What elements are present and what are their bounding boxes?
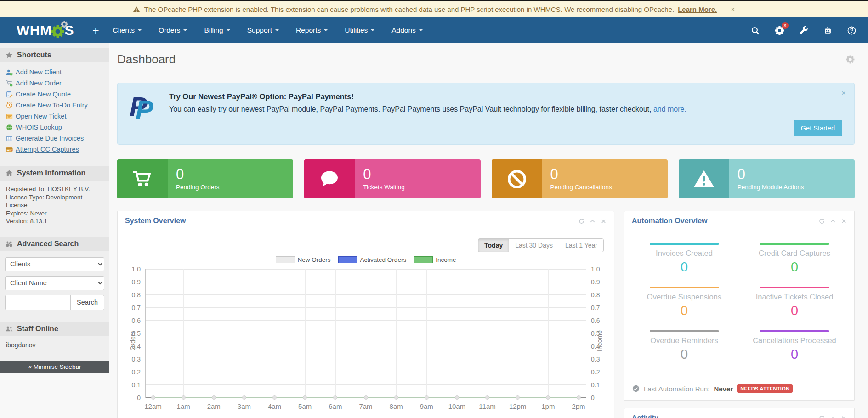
todo-clock-icon (6, 102, 13, 109)
shortcut-open-new-ticket[interactable]: Open New Ticket (16, 113, 66, 120)
banner-close-icon[interactable]: × (841, 89, 846, 98)
sidebar-header-staff-online: Staff Online (0, 322, 109, 336)
banner-body: You can easily try our newest PayPal mod… (169, 105, 686, 113)
search-input[interactable] (5, 295, 71, 310)
nav-right-icons: × (751, 26, 856, 35)
get-started-button[interactable]: Get Started (794, 120, 842, 136)
legend-swatch (276, 256, 295, 263)
activity-panel: Activity (624, 408, 855, 418)
alert-text: The OPcache PHP extension is enabled. Th… (144, 6, 674, 13)
y-axis-label-income: Income (596, 330, 603, 351)
system-overview-refresh-icon[interactable] (579, 218, 584, 224)
chevron-down-icon (419, 29, 423, 31)
nav-add-icon[interactable]: + (92, 24, 99, 37)
notification-badge: × (782, 22, 789, 29)
help-icon[interactable] (847, 26, 856, 35)
stat-value: 0 (738, 167, 804, 182)
activity-refresh-icon[interactable] (819, 415, 825, 418)
shortcut-whois-lookup[interactable]: WHOIS Lookup (16, 124, 62, 131)
shortcut-add-new-client[interactable]: Add New Client (16, 68, 62, 76)
whmcs-logo[interactable]: WHM S (17, 23, 74, 37)
system-overview-chart: Orders 000.10.10.20.20.30.30.40.40.50.50… (145, 269, 586, 417)
credit-card-icon (6, 146, 13, 153)
automation-stat-credit-card-captures: Credit Card Captures0 (749, 243, 840, 275)
logo-gear-icon (51, 23, 65, 37)
chevron-down-icon (275, 29, 279, 31)
and-more-link[interactable]: and more. (653, 105, 686, 113)
stat-label: Pending Module Actions (738, 184, 804, 191)
activity-title: Activity (632, 414, 658, 418)
list-item: Open New Ticket (3, 111, 107, 122)
logo-text-whm: WHM (17, 23, 51, 37)
list-item: WHOIS Lookup (3, 122, 107, 133)
sidebar-header-shortcuts: Shortcuts (0, 48, 109, 62)
learn-more-link[interactable]: Learn More. (678, 6, 717, 13)
legend-swatch (338, 256, 357, 263)
search-category-select[interactable]: Clients (5, 257, 104, 271)
nav-menu-reports[interactable]: Reports (296, 26, 328, 34)
automation-overview-collapse-icon[interactable] (830, 218, 836, 224)
automation-overview-close-icon[interactable] (841, 218, 847, 224)
system-information-text: Registered To: HOSTKEY B.V.License Type:… (0, 181, 109, 232)
list-item: Add New Client (3, 67, 107, 78)
automation-stat-overdue-reminders: Overdue Reminders0 (638, 330, 730, 362)
automation-overview-panel: Automation Overview Invoices Created0Cre… (624, 211, 855, 401)
shortcut-create-new-to-do-entry[interactable]: Create New To-Do Entry (16, 102, 88, 109)
legend-swatch (414, 256, 433, 263)
chart-range-buttons: TodayLast 30 DaysLast 1 Year (118, 238, 604, 252)
automation-status-icon[interactable] (823, 26, 832, 35)
stat-value: 0 (363, 167, 405, 182)
cart-big-icon (117, 159, 168, 198)
stat-card-pending-cancellations[interactable]: 0Pending Cancellations (492, 159, 668, 198)
shortcut-generate-due-invoices[interactable]: Generate Due Invoices (16, 135, 84, 142)
automation-overview-refresh-icon[interactable] (819, 218, 825, 224)
dashboard-settings-gear-icon[interactable] (846, 55, 855, 64)
search-button[interactable]: Search (71, 295, 104, 310)
search-icon[interactable] (751, 26, 760, 35)
search-field-select[interactable]: Client Name (5, 276, 104, 290)
chevron-down-icon (227, 29, 230, 31)
nav-menu-clients[interactable]: Clients (113, 26, 142, 34)
stat-cards-row: 0Pending Orders0Tickets Waiting0Pending … (117, 159, 855, 198)
shortcut-create-new-quote[interactable]: Create New Quote (16, 90, 71, 98)
shortcut-add-new-order[interactable]: Add New Order (16, 79, 62, 87)
nav-menu-addons[interactable]: Addons (391, 26, 423, 34)
chart-legend: New OrdersActivated OrdersIncome (118, 256, 614, 263)
automation-stat-invoices-created: Invoices Created0 (638, 243, 730, 275)
legend-item-new-orders: New Orders (276, 256, 331, 263)
check-circle-icon (632, 385, 640, 392)
system-settings-button[interactable]: × (775, 26, 784, 35)
ticket-icon (6, 113, 13, 120)
system-overview-collapse-icon[interactable] (590, 218, 596, 224)
range-button-today[interactable]: Today (478, 238, 509, 252)
shortcut-attempt-cc-captures[interactable]: Attempt CC Captures (16, 146, 79, 153)
range-button-last-1-year[interactable]: Last 1 Year (559, 238, 604, 252)
page-title: Dashboard (117, 52, 176, 67)
list-item: Add New Order (3, 78, 107, 89)
system-overview-close-icon[interactable] (601, 218, 607, 224)
system-overview-panel: System Overview TodayLast 30 DaysLast 1 … (117, 211, 614, 418)
chevron-down-icon (324, 29, 328, 31)
activity-close-icon[interactable] (841, 415, 847, 418)
sidebar-header-system-information: System Information (0, 166, 109, 181)
user-add-icon (6, 69, 13, 76)
minimise-sidebar-button[interactable]: « Minimise Sidebar (0, 361, 109, 373)
chevron-down-icon (138, 29, 142, 31)
automation-overview-title: Automation Overview (632, 217, 707, 225)
stat-card-pending-orders[interactable]: 0Pending Orders (117, 159, 293, 198)
stat-card-tickets-waiting[interactable]: 0Tickets Waiting (304, 159, 480, 198)
nav-menu-billing[interactable]: Billing (204, 26, 230, 34)
range-button-last-30-days[interactable]: Last 30 Days (509, 238, 559, 252)
advanced-search-form: Clients Client Name Search (0, 251, 109, 317)
automation-stat-inactive-tickets-closed: Inactive Tickets Closed0 (749, 287, 840, 318)
activity-collapse-icon[interactable] (830, 415, 836, 418)
wrench-icon[interactable] (800, 26, 808, 35)
nav-menu-support[interactable]: Support (247, 26, 279, 34)
nav-menu-utilities[interactable]: Utilities (345, 26, 374, 34)
automation-footer: Last Automation Run: Never NEEDS ATTENTI… (624, 384, 854, 400)
paypal-banner: P P Try Our Newest PayPal® Option: PayPa… (117, 83, 855, 145)
stat-card-pending-module-actions[interactable]: 0Pending Module Actions (679, 159, 855, 198)
alert-close-icon[interactable]: × (731, 6, 735, 14)
automation-stat-cancellations-processed: Cancellations Processed0 (749, 330, 840, 362)
nav-menu-orders[interactable]: Orders (159, 26, 187, 34)
